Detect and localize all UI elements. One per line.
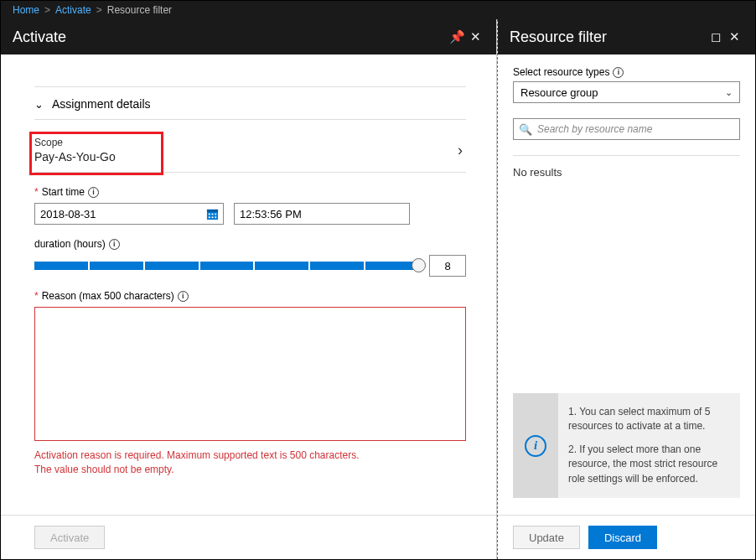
close-icon[interactable]: ✕ [725,29,743,44]
activate-panel: Activate 📌 ✕ ⌄ Assignment details Scope … [1,19,497,559]
svg-rect-6 [211,216,213,218]
svg-rect-5 [208,216,210,218]
calendar-icon[interactable] [201,204,223,224]
slider-thumb[interactable] [412,258,426,272]
time-input[interactable]: 12:53:56 PM [234,203,410,225]
error-message: Activation reason is required. Maximum s… [34,449,466,477]
date-input[interactable]: 2018-08-31 [34,203,224,225]
info-icon[interactable]: i [109,239,120,250]
scope-label: Scope [34,137,458,148]
breadcrumb: Home > Activate > Resource filter [1,1,755,19]
close-icon[interactable]: ✕ [466,29,484,44]
select-resource-types-label: Select resource types i [513,66,740,78]
no-results-text: No results [513,166,740,179]
pin-icon[interactable]: 📌 [448,29,466,44]
resource-filter-header: Resource filter ◻ ✕ [498,19,755,54]
breadcrumb-home[interactable]: Home [13,4,39,16]
reason-textarea[interactable] [34,307,466,441]
activate-button[interactable]: Activate [34,526,105,549]
search-icon: 🔍 [519,123,532,136]
search-input[interactable]: 🔍 Search by resource name [513,118,740,140]
info-icon[interactable]: i [613,67,624,78]
reason-label: * Reason (max 500 characters) i [34,290,466,302]
svg-rect-1 [206,209,217,211]
svg-rect-7 [215,216,216,218]
activate-title: Activate [13,29,448,46]
resource-filter-title: Resource filter [510,29,707,46]
duration-value[interactable]: 8 [429,255,466,277]
info-icon: i [525,435,546,457]
scope-row[interactable]: Scope Pay-As-You-Go › [34,128,466,173]
svg-rect-2 [208,213,210,215]
info-panel: i 1. You can select maximum of 5 resourc… [513,393,740,498]
breadcrumb-sep-icon: > [96,4,102,16]
discard-button[interactable]: Discard [588,526,657,549]
activate-header: Activate 📌 ✕ [1,19,496,54]
scope-value: Pay-As-You-Go [34,150,458,163]
svg-rect-4 [215,213,216,215]
info-text-1: 1. You can select maximum of 5 resources… [568,405,730,434]
breadcrumb-current: Resource filter [107,4,172,16]
start-time-label: * Start time i [34,186,466,198]
breadcrumb-sep-icon: > [44,4,50,16]
assignment-details-toggle[interactable]: ⌄ Assignment details [34,86,466,120]
chevron-right-icon: › [458,142,466,159]
duration-label: duration (hours) i [34,238,466,250]
breadcrumb-activate[interactable]: Activate [55,4,91,16]
maximize-icon[interactable]: ◻ [707,29,725,44]
info-text-2: 2. If you select more than one resource,… [568,443,730,486]
info-icon[interactable]: i [88,187,99,198]
chevron-down-icon: ⌄ [725,87,733,98]
resource-filter-panel: Resource filter ◻ ✕ Select resource type… [497,19,755,559]
assignment-details-label: Assignment details [52,97,151,111]
divider [513,155,740,156]
info-icon[interactable]: i [178,291,189,302]
update-button[interactable]: Update [513,526,580,549]
svg-rect-3 [211,213,213,215]
resource-type-select[interactable]: Resource group ⌄ [513,81,740,103]
duration-slider[interactable] [34,262,419,270]
chevron-down-icon: ⌄ [34,98,44,111]
